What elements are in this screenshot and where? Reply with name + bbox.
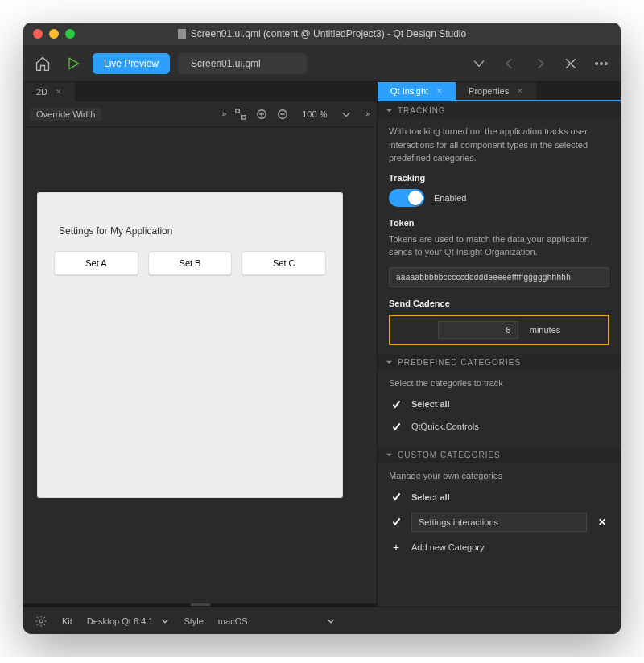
- cadence-label: Send Cadence: [389, 299, 609, 308]
- category-label: QtQuick.Controls: [411, 422, 479, 431]
- close-file-button[interactable]: [559, 52, 582, 75]
- live-preview-button[interactable]: Live Preview: [93, 53, 170, 74]
- close-window-icon[interactable]: [33, 29, 43, 39]
- close-icon[interactable]: ✕: [517, 87, 523, 95]
- more-menu-button[interactable]: [590, 52, 613, 75]
- forward-button[interactable]: [529, 52, 551, 75]
- tracking-section-header[interactable]: TRACKING: [378, 103, 621, 118]
- left-pane: 2D ✕ Override Width » 100 % » Settings f…: [23, 82, 378, 607]
- tab-qt-insight-label: Qt Insight: [390, 86, 428, 96]
- tracking-description: With tracking turned on, the application…: [389, 125, 609, 165]
- tab-2d-label: 2D: [36, 87, 47, 97]
- style-label: Style: [184, 616, 203, 626]
- right-pane: Qt Insight ✕ Properties ✕ TRACKING With …: [378, 82, 621, 607]
- chevron-down-icon: [386, 359, 393, 366]
- token-description: Tokens are used to match the data your a…: [389, 233, 609, 259]
- chevrons-icon[interactable]: »: [222, 109, 227, 118]
- titlebar: Screen01.ui.qml (content @ UntitledProje…: [23, 23, 621, 45]
- svg-point-7: [39, 620, 43, 623]
- main-toolbar: Live Preview Screen01.ui.qml: [23, 45, 621, 82]
- category-checkbox[interactable]: [389, 515, 403, 529]
- resize-handle[interactable]: [23, 603, 377, 607]
- maximize-window-icon[interactable]: [65, 29, 75, 39]
- section-title: CUSTOM CATEGORIES: [398, 451, 501, 459]
- editor-body: 2D ✕ Override Width » 100 % » Settings f…: [23, 82, 621, 607]
- set-a-button[interactable]: Set A: [54, 251, 138, 275]
- status-bar: Kit Desktop Qt 6.4.1 Style macOS: [23, 607, 621, 634]
- home-button[interactable]: [31, 52, 54, 75]
- style-value: macOS: [218, 616, 248, 626]
- app-heading: Settings for My Application: [59, 225, 326, 237]
- override-width-label: Override Width: [30, 108, 101, 121]
- open-file-tab[interactable]: Screen01.ui.qml: [178, 53, 307, 74]
- kit-value: Desktop Qt 6.4.1: [87, 616, 154, 626]
- settings-icon[interactable]: [35, 615, 47, 628]
- left-tabstrip: 2D ✕: [23, 82, 377, 101]
- zoom-in-button[interactable]: [255, 108, 268, 121]
- set-c-button[interactable]: Set C: [242, 251, 326, 275]
- custom-section-header[interactable]: CUSTOM CATEGORIES: [378, 447, 621, 463]
- inspector-panel: TRACKING With tracking turned on, the ap…: [378, 101, 621, 607]
- svg-rect-3: [236, 109, 239, 112]
- tracking-label: Tracking: [389, 173, 609, 183]
- window-controls: [33, 29, 75, 39]
- chevron-down-icon: [327, 617, 335, 625]
- zoom-level: 100 %: [302, 109, 327, 119]
- close-icon[interactable]: ✕: [56, 88, 62, 96]
- tab-2d[interactable]: 2D ✕: [23, 82, 75, 101]
- select-all-checkbox[interactable]: [389, 490, 403, 504]
- window-title: Screen01.ui.qml (content @ UntitledProje…: [23, 28, 621, 39]
- extra-selector[interactable]: [327, 617, 335, 625]
- predefined-desc: Select the categories to track: [389, 377, 609, 390]
- tracking-toggle[interactable]: [389, 189, 424, 207]
- predefined-section-header[interactable]: PREDEFINED CATEGORIES: [378, 355, 621, 370]
- svg-point-1: [601, 62, 603, 64]
- dropdown-button[interactable]: [468, 52, 490, 75]
- close-icon[interactable]: ✕: [436, 87, 443, 95]
- tab-properties[interactable]: Properties ✕: [456, 82, 536, 100]
- select-all-label: Select all: [411, 492, 450, 502]
- document-icon: [178, 29, 186, 39]
- set-b-button[interactable]: Set B: [148, 251, 233, 275]
- select-all-label: Select all: [411, 399, 450, 409]
- zoom-out-button[interactable]: [276, 108, 289, 121]
- delete-category-button[interactable]: ✕: [595, 517, 609, 528]
- chevron-down-icon: [386, 451, 393, 459]
- token-input[interactable]: aaaaabbbbbcccccdddddeeeeefffffggggghhhhh: [389, 267, 609, 287]
- canvas-viewport[interactable]: Settings for My Application Set A Set B …: [23, 127, 377, 603]
- kit-selector[interactable]: Desktop Qt 6.4.1: [87, 616, 170, 626]
- chevron-down-icon[interactable]: [340, 108, 353, 121]
- section-title: TRACKING: [398, 106, 446, 115]
- chevrons-icon[interactable]: »: [365, 109, 370, 118]
- svg-point-2: [605, 62, 608, 64]
- design-canvas[interactable]: Settings for My Application Set A Set B …: [38, 193, 342, 497]
- select-all-checkbox[interactable]: [389, 397, 403, 411]
- chevron-down-icon: [161, 617, 169, 625]
- back-button[interactable]: [498, 52, 521, 75]
- application-window: Screen01.ui.qml (content @ UntitledProje…: [23, 23, 621, 634]
- kit-label: Kit: [62, 616, 72, 626]
- section-title: PREDEFINED CATEGORIES: [398, 358, 521, 367]
- minimize-window-icon[interactable]: [49, 29, 59, 39]
- chevron-down-icon: [386, 107, 393, 114]
- button-row: Set A Set B Set C: [54, 251, 326, 275]
- tab-qt-insight[interactable]: Qt Insight ✕: [378, 82, 456, 100]
- token-label: Token: [389, 218, 609, 228]
- category-name-input[interactable]: [411, 513, 587, 532]
- view-header: Override Width » 100 % »: [23, 101, 377, 127]
- window-title-text: Screen01.ui.qml (content @ UntitledProje…: [191, 28, 466, 39]
- cadence-unit: minutes: [530, 325, 561, 335]
- svg-point-0: [596, 62, 598, 64]
- enabled-label: Enabled: [434, 193, 466, 203]
- run-button[interactable]: [62, 52, 85, 75]
- layout-icon[interactable]: [234, 108, 247, 121]
- cadence-input[interactable]: [438, 321, 518, 339]
- tab-properties-label: Properties: [469, 86, 509, 96]
- cadence-row: minutes: [389, 315, 609, 345]
- custom-desc: Manage your own categories: [389, 469, 609, 483]
- svg-rect-4: [242, 115, 246, 118]
- right-tabstrip: Qt Insight ✕ Properties ✕: [378, 82, 621, 101]
- category-checkbox[interactable]: [389, 419, 403, 434]
- add-category-label: Add new Category: [411, 542, 485, 552]
- add-category-button[interactable]: +: [389, 540, 403, 554]
